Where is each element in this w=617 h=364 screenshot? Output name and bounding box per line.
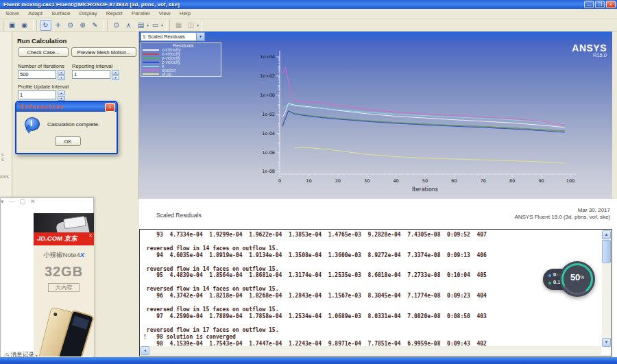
dialog-title: Information	[20, 104, 105, 110]
tree-fragment: s	[1, 152, 4, 157]
menu-help[interactable]: Help	[180, 10, 191, 16]
menu-adapt[interactable]: Adapt	[28, 10, 43, 16]
measure-icon-dropdown[interactable]: ▾	[147, 23, 149, 27]
ad-maximize-icon[interactable]: ▢	[20, 198, 26, 205]
svg-text:1e+02: 1e+02	[260, 73, 275, 79]
toolbar-group: ↻✛⊖⊕✎	[36, 20, 104, 31]
svg-text:1e-08: 1e-08	[262, 169, 275, 174]
plot-caption-meta: Mar 30, 2017 ANSYS Fluent 15.0 (3d, pbns…	[514, 207, 610, 221]
mesh-display-icon: ▦	[173, 20, 184, 31]
close-icon[interactable]: ×	[606, 1, 616, 8]
svg-text:1e-06: 1e-06	[262, 150, 275, 156]
toolbar-group: ▣◉	[3, 20, 34, 31]
scrollbar-thumb[interactable]	[602, 240, 611, 263]
ad-window-controls: ▾—▢✕	[1, 198, 93, 205]
reporting-interval-stepper[interactable]: ▲▼	[112, 70, 119, 79]
plot-caption-title: Scaled Residuals	[156, 212, 202, 219]
help-icon[interactable]: ◉	[19, 20, 30, 31]
download-dot-icon	[548, 274, 551, 277]
svg-text:100: 100	[566, 178, 574, 184]
ad-storage-size: 32GB	[34, 264, 94, 280]
console-horizontal-scrollbar[interactable]: ◂	[141, 346, 601, 355]
memory-usage-ball[interactable]: 50%	[559, 261, 595, 297]
svg-text:60: 60	[451, 178, 457, 184]
ok-button[interactable]: OK	[55, 136, 81, 146]
plot-caption-app: ANSYS Fluent 15.0 (3d, pbns, vof, ske)	[514, 214, 610, 221]
menu-display[interactable]: Display	[80, 10, 97, 16]
console-vertical-scrollbar[interactable]: ▲ ▼	[602, 230, 611, 347]
ad-photo[interactable]	[34, 213, 94, 232]
toolbar: ▣◉↻✛⊖⊕✎⊙⋏▤▾▭▾▦◫▾	[0, 19, 617, 32]
check-case-button[interactable]: Check Case...	[18, 47, 69, 57]
iterations-stepper[interactable]: ▲▼	[58, 70, 65, 79]
menu-view[interactable]: View	[158, 10, 170, 16]
zoom-area-icon[interactable]: ⊙	[110, 20, 122, 31]
pan-icon[interactable]: ✛	[52, 20, 64, 31]
plot-caption-date: Mar 30, 2017	[514, 207, 610, 214]
zoom-out-icon[interactable]: ⊖	[64, 20, 76, 31]
zoom-in-icon[interactable]: ⊕	[77, 20, 88, 31]
menu-parallel[interactable]: Parallel	[132, 10, 150, 16]
fit-to-window-icon[interactable]: ⋏	[123, 20, 134, 31]
ad-brand-banner[interactable]: JD.COM 京东 ✕	[34, 232, 94, 245]
rotate-view-icon[interactable]: ↻	[40, 20, 51, 31]
menu-solve[interactable]: Solve	[5, 10, 19, 16]
restore-icon[interactable]: ❐	[595, 1, 605, 8]
dialog-close-icon[interactable]: ×	[105, 103, 115, 112]
measure-icon[interactable]: ▤	[135, 20, 147, 31]
window-titlebar[interactable]: Fluent moxing.cas1 Fluent@MICROSOF-87384…	[0, 0, 617, 9]
taskbar-edge[interactable]	[0, 357, 617, 364]
minimize-icon[interactable]: —	[584, 1, 594, 8]
profile-update-field[interactable]: 1	[18, 90, 56, 99]
scroll-left-icon[interactable]: ◂	[141, 346, 149, 355]
ad-content[interactable]: 小辣椒Note4X 32GB 大内存	[34, 245, 94, 356]
menu-bar: SolveAdaptSurfaceDisplayReportParallelVi…	[0, 9, 617, 19]
dialog-titlebar[interactable]: Information ×	[16, 102, 117, 112]
toolbar-group: ▦◫▾	[169, 20, 202, 31]
window-controls: — ❐ ×	[584, 1, 616, 8]
iterations-field[interactable]: 500	[18, 70, 56, 79]
fluent-application-window: Fluent moxing.cas1 Fluent@MICROSOF-87384…	[0, 0, 617, 364]
svg-text:Iterations: Iterations	[412, 186, 438, 193]
svg-text:20: 20	[335, 178, 341, 184]
navigation-tree-strip[interactable]: s s ions	[0, 32, 12, 199]
scroll-up-icon[interactable]: ▲	[602, 230, 611, 239]
save-picture-icon[interactable]: ▣	[6, 20, 18, 31]
console[interactable]: 93 4.7334e-04 1.9299e-04 1.9622e-04 1.38…	[139, 229, 612, 356]
svg-text:70: 70	[481, 178, 486, 184]
graphics-window[interactable]: 1: Scaled Residuals ▾ Residuals continui…	[139, 32, 612, 199]
window-select-icon-dropdown: ▾	[197, 23, 199, 27]
usage-percent: 50%	[559, 273, 595, 282]
menu-report[interactable]: Report	[106, 10, 123, 16]
ad-minimize-icon[interactable]: —	[9, 198, 15, 205]
jd-logo: JD.COM 京东	[37, 234, 77, 243]
view-layout-icon-dropdown[interactable]: ▾	[161, 23, 163, 27]
profile-update-stepper[interactable]: ▲▼	[58, 90, 65, 99]
ad-menu-icon[interactable]: ▾	[1, 198, 4, 205]
scroll-down-icon[interactable]: ▼	[602, 338, 611, 347]
ad-memory-tag: 大内存	[48, 283, 80, 292]
toolbar-group: ⊙⋏▤▾▭▾	[107, 20, 167, 31]
view-layout-icon[interactable]: ▭	[149, 20, 161, 31]
profile-update-label: Profile Update Interval	[18, 84, 69, 90]
ad-product-name: 小辣椒Note4X	[34, 251, 94, 260]
ad-close-icon[interactable]: ✕	[88, 233, 93, 239]
menu-surface[interactable]: Surface	[51, 10, 71, 16]
window-select-icon: ◫	[185, 20, 197, 31]
reporting-interval-field[interactable]: 1	[72, 70, 110, 79]
download-speed: 0	[553, 271, 556, 278]
svg-text:1e-02: 1e-02	[262, 112, 275, 117]
tree-fragment: s	[1, 157, 4, 162]
upload-dot-icon	[548, 282, 551, 284]
svg-text:1e+04: 1e+04	[260, 54, 275, 60]
console-text: 93 4.7334e-04 1.9299e-04 1.9622e-04 1.38…	[143, 232, 601, 346]
window-title: Fluent moxing.cas1 Fluent@MICROSOF-87384…	[3, 1, 180, 8]
preview-mesh-motion-button[interactable]: Preview Mesh Motion...	[71, 47, 136, 57]
svg-text:30: 30	[364, 178, 370, 184]
probe-icon[interactable]: ✎	[89, 20, 101, 31]
ad-popup-window: ▾—▢✕ JD.COM 京东 ✕ 小辣椒Note4X 32GB 大内存 ◷ 消息…	[0, 197, 94, 364]
svg-text:1e+00: 1e+00	[260, 93, 275, 98]
svg-text:1e-04: 1e-04	[262, 131, 275, 136]
ad-close-window-icon[interactable]: ✕	[30, 198, 36, 205]
ansys-logo: ANSYS R15.0	[572, 44, 607, 58]
